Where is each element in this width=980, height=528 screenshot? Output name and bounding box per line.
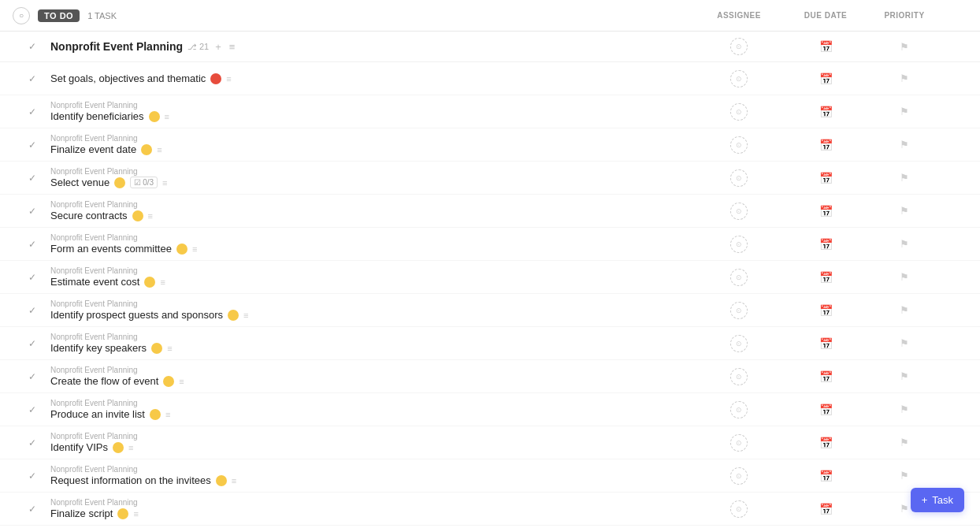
cell-duedate[interactable]: 📅	[786, 271, 865, 284]
status-dot	[163, 376, 174, 387]
task-check[interactable]: ✓	[28, 371, 44, 382]
cell-priority[interactable]: ⚑	[865, 370, 944, 382]
task-menu-icon[interactable]: ≡	[162, 178, 167, 188]
task-menu-icon[interactable]: ≡	[165, 410, 170, 419]
task-name[interactable]: Identify VIPs	[50, 441, 108, 453]
cell-priority[interactable]: ⚑	[865, 470, 944, 482]
task-check[interactable]: ✓	[28, 338, 44, 349]
task-name[interactable]: Select venue	[50, 177, 110, 188]
person-icon: ⊙	[736, 207, 742, 215]
cell-duedate[interactable]: 📅	[786, 370, 865, 383]
task-project: Nonprofit Event Planning	[50, 233, 692, 242]
task-name[interactable]: Create the flow of event	[50, 375, 158, 387]
calendar-icon: 📅	[819, 370, 833, 383]
task-check[interactable]: ✓	[28, 206, 44, 217]
task-check[interactable]: ✓	[28, 173, 44, 184]
task-check[interactable]: ✓	[28, 504, 44, 515]
task-check[interactable]: ✓	[28, 73, 44, 84]
task-name[interactable]: Form an events committee	[50, 243, 172, 255]
cell-assignee[interactable]: ⊙	[692, 302, 786, 319]
person-icon: ⊙	[736, 307, 742, 314]
cell-priority[interactable]: ⚑	[865, 271, 944, 283]
cell-duedate[interactable]: 📅	[786, 503, 865, 515]
task-name[interactable]: Identify key speakers	[50, 342, 147, 354]
cell-assignee[interactable]: ⊙	[692, 203, 786, 220]
task-name[interactable]: Finalize event date	[50, 143, 136, 155]
task-menu-icon[interactable]: ≡	[133, 509, 138, 519]
cell-duedate[interactable]: 📅	[786, 205, 865, 218]
task-menu-icon[interactable]: ≡	[165, 112, 169, 121]
cell-priority[interactable]: ⚑	[865, 172, 944, 184]
cell-priority[interactable]: ⚑	[865, 139, 944, 151]
cell-priority[interactable]: ⚑	[865, 205, 944, 217]
cell-assignee[interactable]: ⊙	[692, 269, 786, 286]
task-check[interactable]: ✓	[28, 272, 44, 283]
task-menu-icon[interactable]: ≡	[157, 145, 161, 154]
cell-assignee[interactable]: ⊙	[692, 103, 786, 121]
task-name[interactable]: Request information on the invitees	[50, 474, 211, 486]
task-menu-icon[interactable]: ≡	[160, 277, 165, 287]
cell-duedate[interactable]: 📅	[786, 304, 865, 317]
back-button[interactable]: ○	[13, 7, 30, 24]
cell-duedate[interactable]: 📅	[786, 403, 865, 416]
task-name[interactable]: Secure contracts	[50, 210, 128, 221]
task-check[interactable]: ✓	[28, 470, 44, 482]
cell-duedate[interactable]: 📅	[786, 73, 865, 85]
cell-assignee[interactable]: ⊙	[692, 136, 786, 154]
cell-assignee[interactable]: ⊙	[692, 368, 786, 385]
cell-priority[interactable]: ⚑	[865, 106, 944, 117]
task-name[interactable]: Estimate event cost	[50, 276, 139, 288]
task-check[interactable]: ✓	[28, 139, 44, 151]
flag-icon: ⚑	[900, 470, 909, 482]
task-menu-icon[interactable]: ≡	[192, 244, 197, 254]
cell-duedate[interactable]: 📅	[786, 337, 865, 350]
cell-priority[interactable]: ⚑	[865, 238, 944, 250]
group-check[interactable]: ✓	[28, 41, 44, 52]
check-icon: ✓	[28, 139, 36, 151]
task-name[interactable]: Finalize script	[50, 508, 113, 519]
cell-priority[interactable]: ⚑	[865, 304, 944, 316]
cell-priority[interactable]: ⚑	[865, 403, 944, 415]
task-menu-icon[interactable]: ≡	[179, 377, 184, 386]
task-menu-icon[interactable]: ≡	[148, 211, 153, 221]
cell-assignee[interactable]: ⊙	[692, 500, 786, 518]
task-check[interactable]: ✓	[28, 106, 44, 117]
task-check[interactable]: ✓	[28, 437, 44, 448]
cell-duedate[interactable]: 📅	[786, 470, 865, 482]
task-name[interactable]: Identify prospect guests and sponsors	[50, 309, 223, 321]
group-menu-button[interactable]: ≡	[228, 39, 237, 54]
cell-assignee[interactable]: ⊙	[692, 236, 786, 253]
task-row: ✓ Nonprofit Event Planning Identify bene…	[0, 95, 980, 128]
task-name[interactable]: Produce an invite list	[50, 408, 145, 420]
task-name[interactable]: Set goals, objectives and thematic	[50, 73, 206, 84]
cell-duedate[interactable]: 📅	[786, 139, 865, 151]
cell-assignee[interactable]: ⊙	[692, 70, 786, 87]
task-check[interactable]: ✓	[28, 239, 44, 250]
assignee-avatar: ⊙	[730, 38, 748, 55]
cell-duedate[interactable]: 📅	[786, 238, 865, 251]
cell-assignee[interactable]: ⊙	[692, 467, 786, 485]
task-menu-icon[interactable]: ≡	[128, 443, 133, 452]
cell-assignee[interactable]: ⊙	[692, 335, 786, 352]
cell-assignee[interactable]: ⊙	[692, 401, 786, 418]
cell-duedate[interactable]: 📅	[786, 172, 865, 184]
cell-duedate[interactable]: 📅	[786, 437, 865, 449]
cell-duedate[interactable]: 📅	[786, 106, 865, 118]
col-header-assignee: ASSIGNEE	[692, 11, 786, 20]
cell-priority[interactable]: ⚑	[865, 73, 944, 84]
task-menu-icon[interactable]: ≡	[232, 476, 236, 485]
task-menu-icon[interactable]: ≡	[243, 310, 248, 320]
task-name[interactable]: Identify beneficiaries	[50, 110, 144, 122]
task-check[interactable]: ✓	[28, 404, 44, 415]
cell-assignee[interactable]: ⊙	[692, 169, 786, 187]
cell-priority[interactable]: ⚑	[865, 337, 944, 349]
task-row: ✓ Nonprofit Event Planning Request infor…	[0, 459, 980, 493]
group-add-button[interactable]: +	[213, 39, 223, 54]
cell-priority[interactable]: ⚑	[865, 437, 944, 448]
task-project: Nonprofit Event Planning	[50, 266, 692, 275]
task-menu-icon[interactable]: ≡	[226, 74, 231, 84]
add-task-button[interactable]: + Task	[911, 488, 964, 512]
task-menu-icon[interactable]: ≡	[167, 344, 172, 353]
task-check[interactable]: ✓	[28, 305, 44, 316]
cell-assignee[interactable]: ⊙	[692, 434, 786, 452]
